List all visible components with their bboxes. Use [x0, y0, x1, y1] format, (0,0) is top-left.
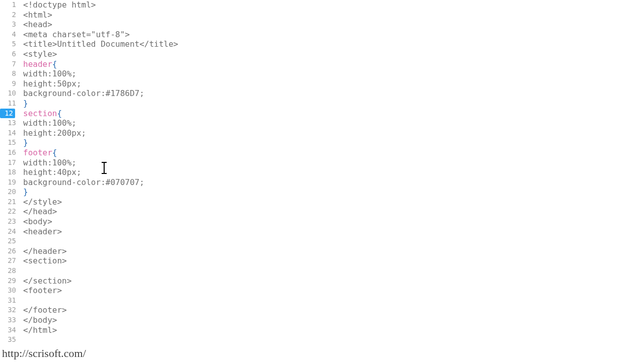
line-number: 20: [0, 187, 16, 197]
line-number: 21: [0, 197, 16, 207]
code-line[interactable]: [19, 236, 644, 246]
code-line[interactable]: section{: [19, 109, 644, 119]
code-line[interactable]: footer{: [19, 148, 644, 158]
line-number: 7: [0, 59, 16, 69]
code-line[interactable]: background-color:#1786D7;: [19, 88, 644, 99]
code-editor[interactable]: 1234567891011121314151617181920212223242…: [0, 0, 644, 346]
line-number: 3: [0, 20, 16, 30]
line-number: 31: [0, 296, 16, 306]
code-line[interactable]: <style>: [19, 49, 644, 59]
code-line[interactable]: <footer>: [19, 286, 644, 296]
code-line[interactable]: <title>Untitled Document</title>: [19, 39, 644, 49]
code-line[interactable]: <header>: [19, 227, 644, 237]
code-line[interactable]: header{: [19, 59, 644, 69]
code-line[interactable]: <body>: [19, 217, 644, 227]
line-number: 29: [0, 276, 16, 286]
line-number: 2: [0, 10, 16, 20]
code-line[interactable]: height:200px;: [19, 128, 644, 138]
line-number: 8: [0, 69, 16, 79]
code-line[interactable]: }: [19, 99, 644, 109]
line-number: 23: [0, 217, 16, 227]
code-line[interactable]: <html>: [19, 10, 644, 20]
text-caret: [104, 162, 105, 174]
line-number: 12: [0, 109, 15, 119]
line-number: 5: [0, 39, 16, 49]
code-line[interactable]: [19, 266, 644, 276]
code-line[interactable]: height:40px;: [19, 167, 644, 177]
code-line[interactable]: width:100%;: [19, 118, 644, 128]
code-line[interactable]: </style>: [19, 197, 644, 207]
line-number: 9: [0, 79, 16, 89]
line-number: 34: [0, 325, 16, 335]
code-line[interactable]: background-color:#070707;: [19, 177, 644, 188]
code-line[interactable]: }: [19, 187, 644, 197]
line-number: 25: [0, 236, 16, 246]
line-number: 30: [0, 286, 16, 296]
code-line[interactable]: width:100%;: [19, 158, 644, 168]
code-area[interactable]: <!doctype html><html><head><meta charset…: [19, 0, 644, 346]
line-number-gutter: 1234567891011121314151617181920212223242…: [0, 0, 19, 346]
code-line[interactable]: </header>: [19, 246, 644, 256]
code-line[interactable]: </body>: [19, 315, 644, 325]
line-number: 10: [0, 88, 16, 99]
code-line[interactable]: </head>: [19, 207, 644, 217]
line-number: 33: [0, 315, 16, 325]
line-number: 17: [0, 158, 16, 168]
code-line[interactable]: <!doctype html>: [19, 0, 644, 10]
code-line[interactable]: height:50px;: [19, 79, 644, 89]
line-number: 4: [0, 30, 16, 40]
line-number: 22: [0, 207, 16, 217]
watermark-url: http://scrisoft.com/: [2, 347, 86, 360]
line-number: 24: [0, 227, 16, 237]
line-number: 15: [0, 138, 16, 148]
code-line[interactable]: <section>: [19, 256, 644, 266]
code-line[interactable]: <meta charset="utf-8">: [19, 30, 644, 40]
line-number: 1: [0, 0, 16, 10]
line-number: 18: [0, 167, 16, 177]
code-line[interactable]: </section>: [19, 276, 644, 286]
code-line[interactable]: </footer>: [19, 305, 644, 315]
line-number: 19: [0, 177, 16, 188]
line-number: 27: [0, 256, 16, 266]
line-number: 35: [0, 335, 16, 345]
code-line[interactable]: [19, 335, 644, 345]
line-number: 13: [0, 118, 16, 128]
code-line[interactable]: </html>: [19, 325, 644, 335]
line-number: 16: [0, 148, 16, 158]
code-line[interactable]: }: [19, 138, 644, 148]
line-number: 11: [0, 99, 16, 109]
code-line[interactable]: <head>: [19, 20, 644, 30]
line-number: 28: [0, 266, 16, 276]
line-number: 6: [0, 49, 16, 59]
line-number: 32: [0, 305, 16, 315]
code-line[interactable]: [19, 296, 644, 306]
line-number: 14: [0, 128, 16, 138]
line-number: 26: [0, 246, 16, 256]
code-line[interactable]: width:100%;: [19, 69, 644, 79]
